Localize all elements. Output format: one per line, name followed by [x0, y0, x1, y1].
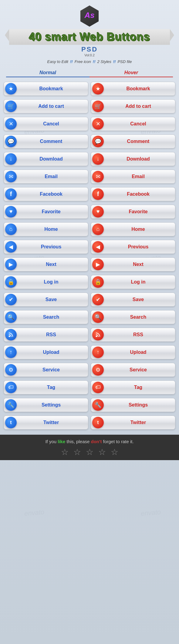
- upload-label-normal: Upload: [17, 350, 86, 355]
- sep-3: !!: [113, 59, 116, 64]
- search-label-hover: Search: [104, 314, 173, 320]
- previous-icon-normal: ◀: [5, 241, 17, 253]
- btn-email-normal[interactable]: ✉ Email: [4, 170, 88, 184]
- btn-service-hover[interactable]: ⚙ Service: [91, 363, 175, 377]
- btn-login-hover[interactable]: 🔒 Log in: [91, 275, 175, 289]
- addtocart-label-normal: Add to cart: [17, 104, 86, 109]
- service-label-normal: Service: [17, 367, 86, 373]
- btn-comment-hover[interactable]: 💬 Comment: [91, 134, 175, 148]
- save-label-normal: Save: [17, 297, 86, 302]
- version-text: Vol:0.2: [0, 53, 179, 57]
- btn-previous-normal[interactable]: ◀ Previous: [4, 240, 88, 254]
- btn-email-hover[interactable]: ✉ Email: [91, 170, 175, 184]
- btn-download-normal[interactable]: ↓ Download: [4, 152, 88, 166]
- btn-rss-hover[interactable]: RSS: [91, 328, 175, 342]
- btn-search-normal[interactable]: 🔍 Search: [4, 310, 88, 324]
- svg-point-1: [96, 335, 97, 337]
- login-label-hover: Log in: [104, 279, 173, 285]
- feature-styles: 2 Styles: [97, 59, 111, 64]
- btn-upload-normal[interactable]: ↑ Upload: [4, 345, 88, 359]
- next-label-hover: Next: [104, 262, 173, 267]
- next-icon-normal: ▶: [5, 259, 17, 270]
- btn-facebook-hover[interactable]: f Facebook: [91, 187, 175, 201]
- psd-subtitle: PSD: [0, 45, 179, 53]
- btn-previous-hover[interactable]: ◀ Previous: [91, 240, 175, 254]
- btn-addtocart-hover[interactable]: 🛒 Add to cart: [91, 99, 175, 113]
- btn-favorite-normal[interactable]: ♥ Favorite: [4, 205, 88, 219]
- button-row-previous: ◀ Previous ◀ Previous: [4, 239, 175, 255]
- upload-icon-normal: ↑: [5, 347, 17, 358]
- twitter-label-normal: Twitter: [17, 420, 86, 425]
- btn-cancel-normal[interactable]: ✕ Cancel: [4, 117, 88, 131]
- bookmark-icon-hover: ★: [92, 83, 104, 95]
- header: 40 smart Web Buttons PSD Vol:0.2 Easy to…: [0, 0, 179, 70]
- btn-settings-normal[interactable]: 🔧 Settings: [4, 398, 88, 412]
- tag-label-normal: Tag: [17, 385, 86, 390]
- previous-label-normal: Previous: [17, 244, 86, 250]
- btn-next-hover[interactable]: ▶ Next: [91, 257, 175, 271]
- cancel-label-hover: Cancel: [104, 121, 173, 127]
- btn-next-normal[interactable]: ▶ Next: [4, 257, 88, 271]
- features-line: Easy to Edit !! Free icon !! 2 Styles !!…: [0, 59, 179, 64]
- btn-addtocart-normal[interactable]: 🛒 Add to cart: [4, 99, 88, 113]
- btn-settings-hover[interactable]: 🔧 Settings: [91, 398, 175, 412]
- favorite-label-hover: Favorite: [104, 209, 173, 214]
- btn-bookmark-hover[interactable]: ★ Bookmark: [91, 82, 175, 96]
- next-label-normal: Next: [17, 262, 86, 267]
- button-row-email: ✉ Email ✉ Email: [4, 169, 175, 184]
- favorite-icon-hover: ♥: [92, 206, 104, 217]
- btn-rss-normal[interactable]: RSS: [4, 328, 88, 342]
- main-title: 40 smart Web Buttons: [15, 31, 164, 43]
- bookmark-label-normal: Bookmark: [17, 86, 86, 91]
- addtocart-icon-hover: 🛒: [92, 101, 104, 112]
- facebook-label-hover: Facebook: [104, 191, 173, 197]
- btn-save-hover[interactable]: ✔ Save: [91, 293, 175, 307]
- cancel-icon-hover: ✕: [92, 118, 104, 130]
- save-icon-normal: ✔: [5, 294, 17, 305]
- button-row-service: ⚙ Service ⚙ Service: [4, 362, 175, 378]
- star-1[interactable]: ☆: [61, 447, 69, 457]
- settings-icon-hover: 🔧: [92, 399, 104, 411]
- btn-service-normal[interactable]: ⚙ Service: [4, 363, 88, 377]
- btn-tag-hover[interactable]: 🏷 Tag: [91, 380, 175, 394]
- btn-home-hover[interactable]: ⌂ Home: [91, 222, 175, 236]
- stars-row: ☆ ☆ ☆ ☆ ☆: [6, 447, 173, 457]
- btn-upload-hover[interactable]: ↑ Upload: [91, 345, 175, 359]
- button-row-cancel: ✕ Cancel ✕ Cancel: [4, 116, 175, 132]
- home-label-normal: Home: [17, 227, 86, 232]
- home-icon-normal: ⌂: [5, 224, 17, 235]
- sep-1: !!: [70, 59, 73, 64]
- btn-home-normal[interactable]: ⌂ Home: [4, 222, 88, 236]
- rss-label-normal: RSS: [17, 332, 86, 337]
- btn-download-hover[interactable]: ↓ Download: [91, 152, 175, 166]
- btn-cancel-hover[interactable]: ✕ Cancel: [91, 117, 175, 131]
- twitter-label-hover: Twitter: [104, 420, 173, 425]
- cancel-label-normal: Cancel: [17, 121, 86, 127]
- rss-icon-hover: [92, 329, 104, 340]
- btn-facebook-normal[interactable]: f Facebook: [4, 187, 88, 201]
- star-3[interactable]: ☆: [86, 447, 93, 457]
- btn-twitter-hover[interactable]: t Twitter: [91, 416, 175, 430]
- button-row-favorite: ♥ Favorite ♥ Favorite: [4, 204, 175, 220]
- login-icon-hover: 🔒: [92, 276, 104, 288]
- btn-twitter-normal[interactable]: t Twitter: [4, 416, 88, 430]
- btn-login-normal[interactable]: 🔒 Log in: [4, 275, 88, 289]
- btn-search-hover[interactable]: 🔍 Search: [91, 310, 175, 324]
- footer-text: If you like this, please don't forget to…: [6, 439, 173, 444]
- service-icon-hover: ⚙: [92, 364, 104, 376]
- btn-comment-normal[interactable]: 💬 Comment: [4, 134, 88, 148]
- btn-save-normal[interactable]: ✔ Save: [4, 293, 88, 307]
- star-2[interactable]: ☆: [73, 447, 81, 457]
- save-label-hover: Save: [104, 297, 173, 302]
- btn-tag-normal[interactable]: 🏷 Tag: [4, 380, 88, 394]
- page-wrapper: envato envato envato envato envato envat…: [0, 0, 179, 644]
- btn-bookmark-normal[interactable]: ★ Bookmark: [4, 82, 88, 96]
- download-label-normal: Download: [17, 156, 86, 162]
- button-row-rss: RSS RSS: [4, 327, 175, 343]
- comment-label-hover: Comment: [104, 139, 173, 144]
- next-icon-hover: ▶: [92, 259, 104, 270]
- sep-2: !!: [93, 59, 96, 64]
- btn-favorite-hover[interactable]: ♥ Favorite: [91, 205, 175, 219]
- star-4[interactable]: ☆: [98, 447, 106, 457]
- star-5[interactable]: ☆: [111, 447, 118, 457]
